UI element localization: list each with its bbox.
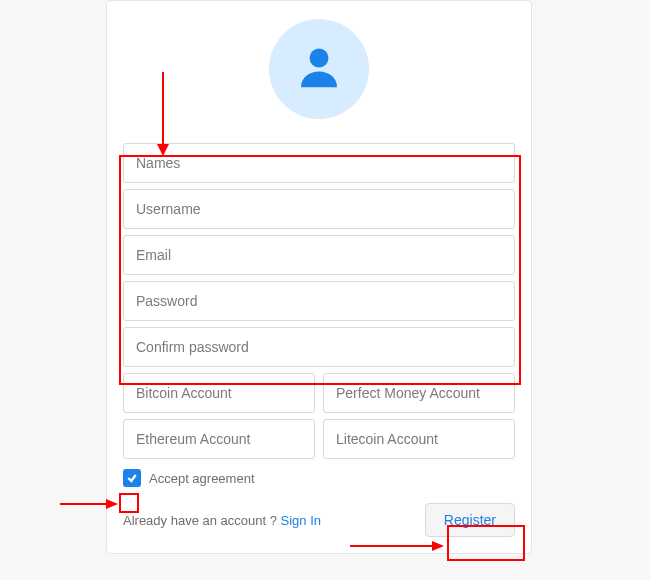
svg-point-0 — [310, 49, 329, 68]
accept-agreement-checkbox[interactable] — [123, 469, 141, 487]
agreement-label: Accept agreement — [149, 471, 255, 486]
register-card: Accept agreement Already have an account… — [106, 0, 532, 554]
username-field[interactable] — [123, 189, 515, 229]
ethereum-account-field[interactable] — [123, 419, 315, 459]
register-button[interactable]: Register — [425, 503, 515, 537]
password-field[interactable] — [123, 281, 515, 321]
check-icon — [126, 472, 138, 484]
perfect-money-account-field[interactable] — [323, 373, 515, 413]
confirm-password-field[interactable] — [123, 327, 515, 367]
names-field[interactable] — [123, 143, 515, 183]
have-account-prefix: Already have an account ? — [123, 513, 281, 528]
sign-in-link[interactable]: Sign In — [281, 513, 321, 528]
agreement-row: Accept agreement — [123, 469, 515, 487]
footer-row: Already have an account ? Sign In Regist… — [123, 503, 515, 537]
wallet-row-1 — [123, 373, 515, 413]
user-icon — [292, 40, 346, 98]
litecoin-account-field[interactable] — [323, 419, 515, 459]
bitcoin-account-field[interactable] — [123, 373, 315, 413]
wallet-row-2 — [123, 419, 515, 459]
email-field[interactable] — [123, 235, 515, 275]
avatar-circle — [269, 19, 369, 119]
have-account-text: Already have an account ? Sign In — [123, 513, 321, 528]
